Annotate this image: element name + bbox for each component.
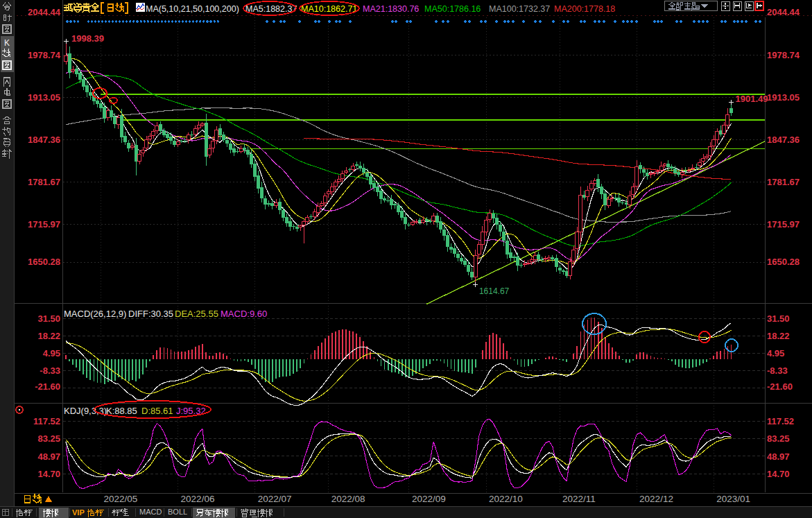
svg-text:K:88.85: K:88.85	[106, 406, 137, 416]
svg-text:MA(5,10,21,50,100,200): MA(5,10,21,50,100,200)	[146, 4, 239, 14]
svg-text:1847.36: 1847.36	[767, 135, 800, 145]
svg-text:2022/08: 2022/08	[331, 494, 365, 504]
svg-text:MA100:1732.37: MA100:1732.37	[489, 4, 550, 14]
svg-text:MACD:9.60: MACD:9.60	[221, 309, 267, 319]
svg-text:31.50: 31.50	[767, 313, 790, 324]
svg-text:2022/06: 2022/06	[181, 494, 215, 504]
svg-text:1978.74: 1978.74	[767, 50, 800, 60]
svg-text:18.22: 18.22	[37, 331, 60, 341]
svg-text:2044.44: 2044.44	[28, 7, 61, 17]
svg-text:31.50: 31.50	[37, 313, 60, 324]
svg-text:VIP: VIP	[72, 508, 85, 517]
svg-text:1650.28: 1650.28	[28, 257, 60, 267]
svg-text:-21.60: -21.60	[35, 381, 60, 392]
svg-text:2022/05: 2022/05	[104, 494, 138, 504]
svg-text:2022/07: 2022/07	[258, 494, 292, 504]
svg-text:1901.49: 1901.49	[736, 94, 768, 104]
svg-text:1998.39: 1998.39	[71, 33, 104, 44]
svg-text:48.97: 48.97	[767, 451, 790, 462]
svg-text:1978.74: 1978.74	[28, 50, 61, 60]
svg-text:4.95: 4.95	[43, 348, 60, 359]
svg-text:117.52: 117.52	[767, 416, 794, 426]
svg-text:MA21:1830.76: MA21:1830.76	[363, 4, 419, 14]
svg-text:MA50:1786.16: MA50:1786.16	[424, 4, 481, 14]
svg-text:1847.36: 1847.36	[28, 135, 60, 145]
svg-text:14.70: 14.70	[767, 469, 790, 479]
svg-text:2022/10: 2022/10	[489, 494, 523, 504]
svg-text:83.25: 83.25	[37, 433, 60, 444]
svg-text:83.25: 83.25	[767, 433, 790, 444]
svg-text:KDJ(9,3,3): KDJ(9,3,3)	[64, 406, 107, 416]
svg-text:-8.33: -8.33	[767, 365, 788, 376]
svg-text:MACD: MACD	[139, 508, 162, 516]
svg-text:1781.67: 1781.67	[28, 177, 60, 187]
svg-text:2022/09: 2022/09	[412, 494, 446, 504]
svg-text:4.95: 4.95	[767, 348, 784, 359]
svg-text:1715.97: 1715.97	[767, 219, 800, 230]
svg-text:48.97: 48.97	[37, 451, 60, 462]
svg-text:-21.60: -21.60	[767, 381, 793, 392]
svg-text:MACD(26,12,9): MACD(26,12,9)	[64, 309, 126, 319]
svg-text:2023/01: 2023/01	[716, 494, 750, 504]
svg-text:1913.05: 1913.05	[767, 92, 800, 103]
svg-text:1715.97: 1715.97	[28, 219, 60, 230]
svg-text:D:85.61: D:85.61	[141, 406, 173, 416]
svg-text:1650.28: 1650.28	[767, 257, 800, 267]
svg-text:18.22: 18.22	[767, 331, 790, 341]
svg-text:2022/11: 2022/11	[562, 494, 596, 504]
svg-text:2022/12: 2022/12	[639, 494, 673, 504]
svg-text:1781.67: 1781.67	[767, 177, 800, 187]
svg-text:-8.33: -8.33	[40, 365, 60, 376]
svg-text:MA200:1778.18: MA200:1778.18	[554, 4, 615, 14]
svg-text:DIFF:30.35: DIFF:30.35	[128, 309, 173, 319]
svg-text:1614.67: 1614.67	[479, 286, 510, 296]
svg-text:K: K	[4, 38, 10, 48]
svg-text:117.52: 117.52	[33, 416, 60, 426]
svg-text:BOLL: BOLL	[168, 508, 187, 516]
svg-text:MA10:1862.71: MA10:1862.71	[301, 4, 357, 14]
svg-text:14.70: 14.70	[37, 469, 60, 479]
svg-text:DEA:25.55: DEA:25.55	[175, 309, 218, 319]
svg-text:2044.44: 2044.44	[767, 7, 800, 17]
svg-text:1913.05: 1913.05	[28, 92, 60, 103]
